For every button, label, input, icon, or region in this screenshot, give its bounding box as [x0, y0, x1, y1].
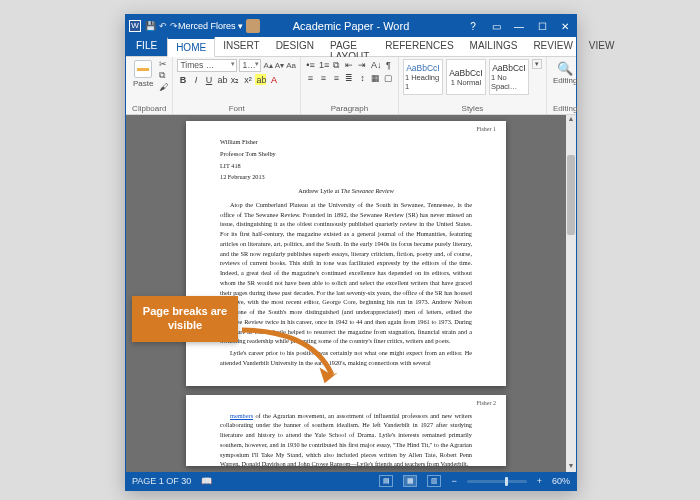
scrollbar-thumb[interactable]: [567, 155, 575, 235]
format-painter-icon[interactable]: 🖌: [159, 82, 168, 92]
group-clipboard: Paste ✂ ⧉ 🖌 Clipboard: [126, 57, 173, 114]
tab-insert[interactable]: INSERT: [215, 37, 268, 56]
redo-icon[interactable]: ↷: [170, 21, 178, 31]
bold-icon[interactable]: B: [177, 74, 188, 85]
user-account[interactable]: Merced Flores ▾: [178, 19, 260, 33]
annotation-callout: Page breaks are visible: [132, 296, 238, 342]
document-area: Fisher 1 William Fisher Professor Tom Sh…: [126, 115, 576, 472]
tab-design[interactable]: DESIGN: [268, 37, 322, 56]
underline-icon[interactable]: U: [203, 74, 214, 85]
strike-icon[interactable]: ab: [216, 74, 227, 85]
tab-references[interactable]: REFERENCES: [377, 37, 461, 56]
doc-line: 12 February 2013: [220, 172, 472, 182]
font-size-select[interactable]: 1…: [239, 59, 261, 72]
paste-icon: [134, 60, 152, 78]
paste-button[interactable]: Paste: [130, 59, 156, 89]
document-scroll[interactable]: Fisher 1 William Fisher Professor Tom Sh…: [126, 115, 566, 472]
view-read-mode[interactable]: ▤: [379, 475, 393, 487]
zoom-slider[interactable]: [467, 480, 527, 483]
paste-label: Paste: [133, 79, 153, 88]
italic-icon[interactable]: I: [190, 74, 201, 85]
word-window: W 💾 ↶ ↷ Academic Paper - Word Merced Flo…: [125, 14, 577, 491]
zoom-out-button[interactable]: −: [451, 476, 456, 486]
bullets-icon[interactable]: •≡: [305, 59, 316, 70]
sort-icon[interactable]: A↓: [370, 59, 381, 70]
doc-line: William Fisher: [220, 137, 472, 147]
font-color-icon[interactable]: A: [268, 74, 279, 85]
tab-mailings[interactable]: MAILINGS: [462, 37, 526, 56]
copy-icon[interactable]: ⧉: [159, 70, 168, 81]
style-normal[interactable]: AaBbCcI 1 Normal: [446, 59, 486, 95]
tutorial-slide: W 💾 ↶ ↷ Academic Paper - Word Merced Flo…: [0, 0, 700, 500]
ribbon-display-button[interactable]: ▭: [485, 17, 507, 35]
pilcrow-icon[interactable]: ¶: [383, 59, 394, 70]
page-header: Fisher 1: [477, 125, 497, 134]
page-2[interactable]: Fisher 2 members of the Agrarian movemen…: [186, 395, 506, 466]
doc-para: Atop the Cumberland Plateau at the Unive…: [220, 200, 472, 346]
change-case-icon[interactable]: Aa: [286, 61, 296, 70]
indent-inc-icon[interactable]: ⇥: [357, 59, 368, 70]
cut-icon[interactable]: ✂: [159, 59, 168, 69]
styles-more-icon[interactable]: ▾: [532, 59, 542, 69]
borders-icon[interactable]: ▢: [383, 72, 394, 83]
doc-para: members of the Agrarian movement, an ass…: [220, 411, 472, 470]
window-controls: ? ▭ — ☐ ✕: [462, 17, 576, 35]
tab-view[interactable]: VIEW: [581, 37, 623, 56]
zoom-in-button[interactable]: +: [537, 476, 542, 486]
group-editing: 🔍 Editing Editing: [547, 57, 583, 114]
status-bar: PAGE 1 OF 30 📖 ▤ ▦ ▥ − + 60%: [126, 472, 576, 490]
group-paragraph: •≡ 1≡ ⧉ ⇤ ⇥ A↓ ¶ ≡ ≡ ≡ ≣ ↕ ▦: [301, 57, 399, 114]
group-label: Clipboard: [130, 103, 168, 114]
ribbon: Paste ✂ ⧉ 🖌 Clipboard Times … 1… A▴: [126, 57, 576, 115]
page-indicator[interactable]: PAGE 1 OF 30: [132, 476, 191, 486]
subscript-icon[interactable]: x₂: [229, 74, 240, 85]
scroll-down-icon[interactable]: ▼: [566, 462, 576, 472]
close-button[interactable]: ✕: [554, 17, 576, 35]
font-family-select[interactable]: Times …: [177, 59, 237, 72]
page-header: Fisher 2: [477, 399, 497, 408]
view-print-layout[interactable]: ▦: [403, 475, 417, 487]
align-right-icon[interactable]: ≡: [331, 72, 342, 83]
user-name: Merced Flores ▾: [178, 21, 243, 31]
maximize-button[interactable]: ☐: [531, 17, 553, 35]
avatar: [246, 19, 260, 33]
style-nospacing[interactable]: AaBbCcI 1 No Spaci…: [489, 59, 529, 95]
tab-page-layout[interactable]: PAGE LAYOUT: [322, 37, 377, 56]
numbering-icon[interactable]: 1≡: [318, 59, 329, 70]
group-label: Font: [177, 103, 295, 114]
title-bar: W 💾 ↶ ↷ Academic Paper - Word Merced Flo…: [126, 15, 576, 37]
page-1[interactable]: Fisher 1 William Fisher Professor Tom Sh…: [186, 121, 506, 386]
align-center-icon[interactable]: ≡: [318, 72, 329, 83]
group-label: Paragraph: [305, 103, 394, 114]
shrink-font-icon[interactable]: A▾: [275, 61, 284, 70]
indent-dec-icon[interactable]: ⇤: [344, 59, 355, 70]
superscript-icon[interactable]: x²: [242, 74, 253, 85]
ribbon-tabs: FILE HOME INSERT DESIGN PAGE LAYOUT REFE…: [126, 37, 576, 57]
group-styles: AaBbCcI 1 Heading 1 AaBbCcI 1 Normal AaB…: [399, 57, 547, 114]
find-button[interactable]: 🔍 Editing: [551, 59, 579, 87]
line-spacing-icon[interactable]: ↕: [357, 72, 368, 83]
tab-home[interactable]: HOME: [167, 37, 215, 57]
vertical-scrollbar[interactable]: ▲ ▼: [566, 115, 576, 472]
help-button[interactable]: ?: [462, 17, 484, 35]
align-left-icon[interactable]: ≡: [305, 72, 316, 83]
grow-font-icon[interactable]: A▴: [263, 61, 272, 70]
scroll-up-icon[interactable]: ▲: [566, 115, 576, 125]
group-label: Styles: [403, 103, 542, 114]
shading-icon[interactable]: ▦: [370, 72, 381, 83]
doc-line: LIT 418: [220, 161, 472, 171]
style-heading1[interactable]: AaBbCcI 1 Heading 1: [403, 59, 443, 95]
multilevel-icon[interactable]: ⧉: [331, 59, 342, 70]
tab-file[interactable]: FILE: [126, 37, 167, 56]
proofing-icon[interactable]: 📖: [201, 476, 212, 486]
undo-icon[interactable]: ↶: [159, 21, 167, 31]
highlight-icon[interactable]: ab: [255, 74, 266, 85]
group-label: Editing: [551, 103, 579, 114]
doc-para: Lytle's career prior to his position was…: [220, 348, 472, 368]
view-web-layout[interactable]: ▥: [427, 475, 441, 487]
save-icon[interactable]: 💾: [145, 21, 156, 31]
justify-icon[interactable]: ≣: [344, 72, 355, 83]
zoom-level[interactable]: 60%: [552, 476, 570, 486]
minimize-button[interactable]: —: [508, 17, 530, 35]
tab-review[interactable]: REVIEW: [525, 37, 580, 56]
